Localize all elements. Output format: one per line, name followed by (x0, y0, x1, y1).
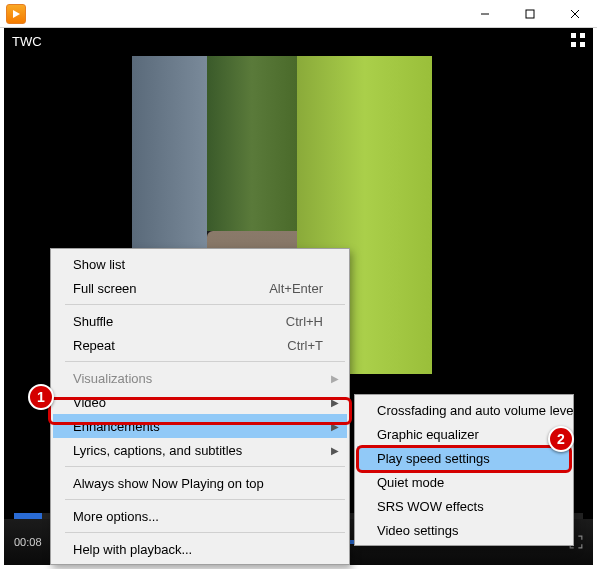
menu-separator (65, 361, 345, 362)
submenu-crossfading[interactable]: Crossfading and auto volume leveling (357, 398, 571, 422)
svg-rect-6 (580, 33, 585, 38)
chevron-right-icon: ▶ (331, 445, 339, 456)
window-titlebar (0, 0, 597, 28)
switch-view-icon[interactable] (571, 33, 585, 50)
menu-separator (65, 532, 345, 533)
annotation-badge-1: 1 (28, 384, 54, 410)
menu-more-options[interactable]: More options... (53, 504, 347, 528)
context-menu: Show list Full screenAlt+Enter ShuffleCt… (50, 248, 350, 565)
shortcut: Ctrl+T (287, 338, 323, 353)
player-topbar: TWC (4, 28, 593, 54)
menu-separator (65, 466, 345, 467)
chevron-right-icon: ▶ (331, 373, 339, 384)
close-button[interactable] (552, 0, 597, 28)
menu-repeat[interactable]: RepeatCtrl+T (53, 333, 347, 357)
shortcut: Alt+Enter (269, 281, 323, 296)
submenu-srs[interactable]: SRS WOW effects (357, 494, 571, 518)
svg-rect-7 (571, 42, 576, 47)
minimize-button[interactable] (462, 0, 507, 28)
submenu-video-settings[interactable]: Video settings (357, 518, 571, 542)
menu-full-screen[interactable]: Full screenAlt+Enter (53, 276, 347, 300)
submenu-equalizer[interactable]: Graphic equalizer (357, 422, 571, 446)
menu-video[interactable]: Video▶ (53, 390, 347, 414)
maximize-button[interactable] (507, 0, 552, 28)
app-icon (6, 4, 26, 24)
annotation-badge-2: 2 (548, 426, 574, 452)
menu-visualizations: Visualizations▶ (53, 366, 347, 390)
menu-separator (65, 499, 345, 500)
menu-always-top[interactable]: Always show Now Playing on top (53, 471, 347, 495)
svg-rect-8 (580, 42, 585, 47)
enhancements-submenu: Crossfading and auto volume leveling Gra… (354, 394, 574, 546)
now-playing-title: TWC (12, 34, 42, 49)
chevron-right-icon: ▶ (331, 397, 339, 408)
menu-lyrics[interactable]: Lyrics, captions, and subtitles▶ (53, 438, 347, 462)
submenu-quiet[interactable]: Quiet mode (357, 470, 571, 494)
menu-shuffle[interactable]: ShuffleCtrl+H (53, 309, 347, 333)
menu-help[interactable]: Help with playback... (53, 537, 347, 561)
shortcut: Ctrl+H (286, 314, 323, 329)
menu-enhancements[interactable]: Enhancements▶ (53, 414, 347, 438)
submenu-play-speed[interactable]: Play speed settings (357, 446, 571, 470)
menu-separator (65, 304, 345, 305)
svg-rect-5 (571, 33, 576, 38)
svg-rect-2 (526, 10, 534, 18)
chevron-right-icon: ▶ (331, 421, 339, 432)
svg-marker-0 (13, 10, 20, 18)
menu-show-list[interactable]: Show list (53, 252, 347, 276)
